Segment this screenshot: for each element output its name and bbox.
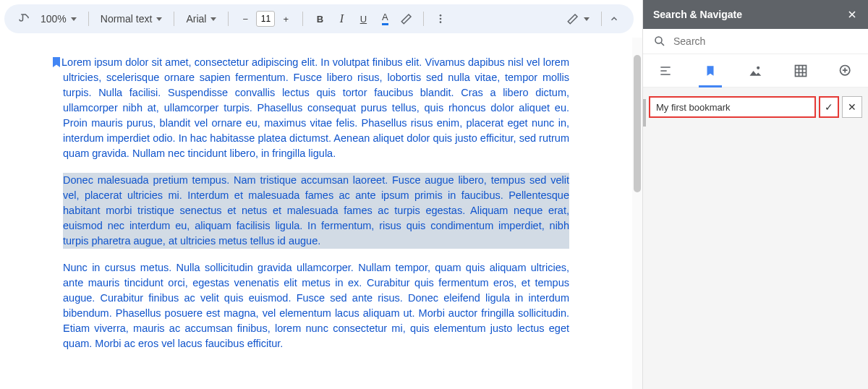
font-size-input[interactable] — [256, 11, 275, 27]
more-options-button[interactable] — [431, 9, 450, 29]
paragraph-style-select[interactable]: Normal text — [96, 13, 167, 25]
panel-title: Search & Navigate — [653, 9, 742, 20]
font-size-decrease-button[interactable]: − — [236, 9, 255, 29]
scrollbar[interactable] — [632, 38, 642, 389]
pen-icon — [566, 12, 579, 25]
tab-images[interactable] — [741, 54, 770, 87]
zoom-value: 100% — [41, 13, 67, 25]
highlight-button[interactable] — [397, 9, 416, 29]
tab-find[interactable] — [831, 54, 860, 87]
paragraph-style-label: Normal text — [101, 13, 153, 25]
svg-point-1 — [440, 18, 442, 20]
font-select[interactable]: Arial — [182, 13, 221, 25]
chevron-down-icon — [71, 17, 77, 21]
paragraph: Nunc in cursus metus. Nulla sollicitudin… — [63, 260, 569, 351]
svg-point-3 — [655, 37, 662, 43]
tab-outline[interactable] — [651, 54, 680, 87]
scrollbar-thumb[interactable] — [634, 55, 641, 192]
chevron-down-icon — [156, 17, 162, 21]
bookmark-cancel-button[interactable]: ✕ — [842, 96, 862, 118]
bookmark-name-input[interactable] — [649, 96, 816, 118]
bookmark-icon — [53, 57, 60, 67]
paragraph: Lorem ipsum dolor sit amet, consectetur … — [63, 55, 569, 161]
document-area[interactable]: Lorem ipsum dolor sit amet, consectetur … — [0, 38, 632, 389]
tab-bookmarks[interactable] — [696, 54, 725, 87]
svg-rect-5 — [795, 65, 806, 76]
font-size-increase-button[interactable]: + — [276, 9, 295, 29]
chevron-down-icon — [210, 17, 216, 21]
print-format-icon[interactable] — [14, 9, 33, 29]
svg-point-0 — [440, 14, 442, 17]
search-navigate-panel: Search & Navigate — [642, 0, 868, 389]
svg-point-2 — [440, 21, 442, 23]
bold-button[interactable]: B — [310, 9, 329, 29]
chevron-down-icon — [584, 17, 590, 21]
search-icon — [653, 35, 666, 48]
close-panel-button[interactable] — [846, 9, 858, 20]
editor-toolbar: 100% Normal text Arial − + B I U — [4, 4, 634, 33]
collapse-toolbar-button[interactable] — [609, 14, 624, 24]
zoom-select[interactable]: 100% — [36, 13, 81, 25]
text-color-button[interactable]: A — [375, 9, 394, 29]
search-input[interactable] — [673, 35, 858, 47]
font-label: Arial — [186, 13, 206, 25]
editing-mode-select[interactable] — [562, 12, 594, 25]
paragraph: Donec malesuada pretium tempus. Nam tris… — [63, 173, 569, 249]
tab-tables[interactable] — [786, 54, 815, 87]
bookmark-confirm-button[interactable]: ✓ — [819, 96, 839, 118]
svg-point-4 — [757, 66, 760, 69]
underline-button[interactable]: U — [354, 9, 373, 29]
italic-button[interactable]: I — [332, 9, 351, 29]
